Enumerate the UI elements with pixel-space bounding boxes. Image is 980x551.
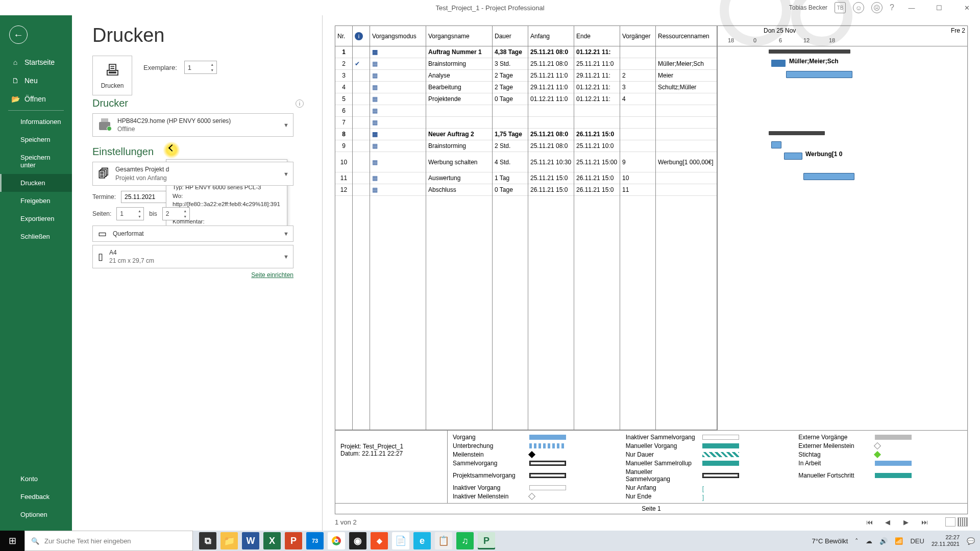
table-cell: ▦ [370, 152, 426, 172]
table-cell: 3 Std. [493, 58, 528, 70]
table-cell [656, 140, 717, 152]
taskview-icon[interactable]: ⧉ [199, 532, 216, 549]
gantt-summary-bar [769, 131, 825, 135]
onedrive-icon[interactable]: ☁ [866, 537, 872, 545]
table-cell [656, 105, 717, 117]
table-cell: 29.11.21 11: [574, 70, 620, 82]
orientation-value: Querformat [113, 230, 144, 238]
sidebar-item-optionen[interactable]: Optionen [0, 506, 72, 523]
calc-icon[interactable]: 📋 [435, 532, 452, 549]
date-from-input[interactable] [121, 191, 167, 203]
spin-down-icon[interactable]: ▼ [209, 67, 215, 73]
back-button[interactable]: ← [9, 26, 28, 44]
page-to-spinner[interactable]: 2 ▲▼ [162, 207, 190, 220]
notepadpp-icon[interactable]: 📄 [392, 532, 409, 549]
system-tray: 7°C Bewölkt ˄ ☁ 🔊 📶 DEU 22:27 22.11.2021… [807, 531, 980, 551]
orientation-dropdown[interactable]: ▭ Querformat ▼ [92, 226, 293, 242]
sidebar-item-drucken[interactable]: Drucken [0, 174, 72, 192]
nav-next-icon[interactable]: ▶ [900, 518, 912, 526]
sidebar-item-speichern[interactable]: Speichern [0, 131, 72, 148]
copies-label: Exemplare: [143, 64, 177, 71]
user-name[interactable]: Tobias Becker [789, 4, 827, 11]
table-cell: 6 [335, 105, 352, 117]
explorer-icon[interactable]: 📁 [220, 532, 238, 549]
sidebar-item-neu[interactable]: 🗋 Neu [0, 71, 72, 90]
table-cell: ▦ [370, 184, 426, 196]
spin-up-icon[interactable]: ▲ [209, 62, 215, 67]
legend-item: Stichtag [798, 451, 962, 458]
project-icon[interactable]: P [478, 532, 495, 549]
edge-legacy-icon[interactable]: 73 [306, 532, 324, 549]
obs-icon[interactable]: ◉ [349, 532, 366, 549]
page-setup-link[interactable]: Seite einrichten [92, 271, 293, 279]
nav-prev-icon[interactable]: ◀ [882, 518, 893, 526]
help-icon[interactable]: ? [890, 3, 894, 12]
print-button[interactable]: 🖶 Drucken [92, 56, 132, 95]
table-cell: 2 Tage [493, 82, 528, 93]
start-button[interactable]: ⊞ [0, 531, 24, 551]
minimize-button[interactable]: — [901, 0, 922, 15]
table-cell: 2 Tage [493, 70, 528, 82]
copies-spinner[interactable]: 1 ▲▼ [184, 61, 217, 74]
excel-icon[interactable]: X [263, 532, 281, 549]
weather-widget[interactable]: 7°C Bewölkt [812, 537, 848, 545]
scope-dropdown[interactable]: 🗐 Gesamtes Projekt d Projekt von Anfang … [92, 162, 293, 185]
table-cell [493, 117, 528, 129]
spotify-icon[interactable]: ♫ [456, 532, 474, 549]
printer-dropdown[interactable]: HPB84C29.home (HP ENVY 6000 series) Offl… [92, 113, 293, 137]
paper-dropdown[interactable]: ▯ A4 21 cm x 29,7 cm ▼ [92, 245, 293, 268]
user-initials[interactable]: TB [835, 2, 846, 13]
sidebar-item-freigeben[interactable]: Freigeben [0, 192, 72, 210]
legend-item: Sammelvorgang [453, 460, 617, 467]
tray-chevron-icon[interactable]: ˄ [855, 537, 859, 545]
volume-icon[interactable]: 🔊 [879, 537, 888, 545]
sidebar-item-label: Drucken [20, 179, 45, 187]
taskbar-search[interactable]: 🔍 Zur Suche Text hier eingeben [24, 531, 193, 551]
table-cell [353, 117, 370, 129]
table-cell: 25.11.21 10:30 [528, 152, 574, 172]
close-button[interactable]: ✕ [957, 0, 977, 15]
zoom-fit-icon[interactable] [945, 517, 955, 527]
table-column: Ende01.12.21 11:25.11.21 11:029.11.21 11… [574, 26, 620, 430]
powerpoint-icon[interactable]: P [285, 532, 302, 549]
table-cell [620, 117, 655, 129]
sidebar-item-konto[interactable]: Konto [0, 470, 72, 488]
page-from-spinner[interactable]: 1 ▲▼ [116, 207, 144, 220]
nav-first-icon[interactable]: ⏮ [864, 518, 875, 526]
chrome-icon[interactable] [328, 532, 345, 549]
table-cell: 10 [335, 152, 352, 172]
page-counter: 1 von 2 [335, 518, 357, 526]
sidebar-item-feedback[interactable]: Feedback [0, 488, 72, 506]
gantt-task-bar [771, 141, 781, 148]
nav-last-icon[interactable]: ⏭ [919, 518, 930, 526]
legend-label: Inaktiver Sammelvorgang [626, 434, 697, 441]
language-indicator[interactable]: DEU [910, 537, 924, 545]
edge-icon[interactable]: e [413, 532, 431, 549]
wifi-icon[interactable]: 📶 [895, 537, 903, 545]
sidebar-item-exportieren[interactable]: Exportieren [0, 210, 72, 228]
taskbar-clock[interactable]: 22:27 22.11.2021 [932, 534, 960, 547]
word-icon[interactable]: W [242, 532, 259, 549]
maximize-button[interactable]: ☐ [929, 0, 949, 15]
sidebar-item-schliessen[interactable]: Schließen [0, 228, 72, 245]
sidebar-item-oeffnen[interactable]: 📂 Öffnen [0, 90, 72, 108]
preview-legend: Projekt: Test_Project_1 Datum: 22.11.21 … [335, 430, 967, 503]
sidebar-item-startseite[interactable]: ⌂ Startseite [0, 53, 72, 71]
zoom-actual-icon[interactable] [958, 517, 968, 527]
table-cell: 1 [335, 46, 352, 58]
sidebar-item-informationen[interactable]: Informationen [0, 113, 72, 131]
legend-entries: VorgangInaktiver SammelvorgangExterne Vo… [448, 431, 967, 503]
notifications-icon[interactable]: 💬 [967, 537, 975, 545]
info-icon[interactable]: i [296, 99, 304, 108]
table-cell: 11 [620, 184, 655, 196]
table-cell [353, 140, 370, 152]
printer-status-text: Offline [117, 125, 231, 133]
table-cell: ▦ [370, 93, 426, 105]
table-cell: Analyse [426, 70, 492, 82]
sidebar-item-speichern-unter[interactable]: Speichern unter [0, 148, 72, 174]
frown-icon[interactable]: ☹ [871, 2, 883, 13]
zoom-toggle[interactable] [945, 517, 968, 527]
smile-icon[interactable]: ☺ [853, 2, 864, 13]
app-icon[interactable]: ◆ [371, 532, 388, 549]
sidebar-item-label: Schließen [20, 233, 50, 240]
